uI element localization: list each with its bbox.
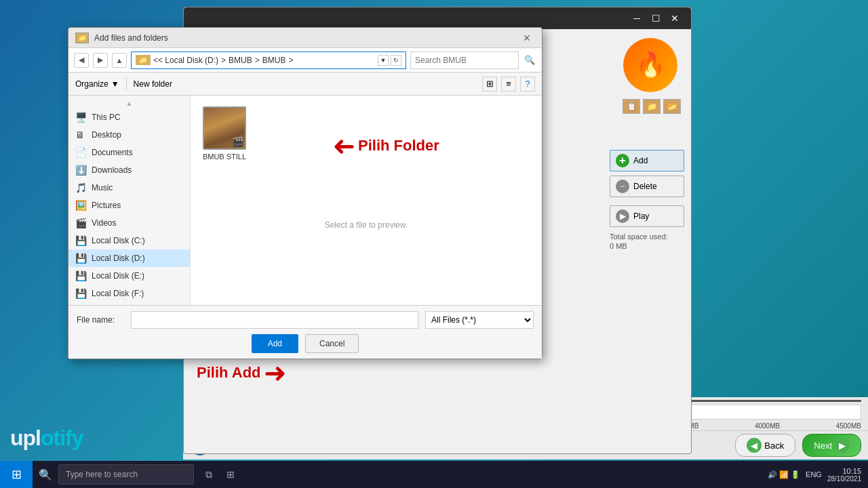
dialog-close-button[interactable]: ✕ [519,30,535,46]
local-d-icon: 💾 [75,253,86,264]
toolbar-icon-1[interactable]: 📋 [623,99,640,114]
sidebar-item-music[interactable]: 🎵 Music [68,179,190,197]
clock: 10:15 28/10/2021 [827,467,861,483]
taskbar: ⊞ 🔍 Type here to search ⧉ ⊞ 🔊 📶 🔋 ENG 10… [0,461,868,488]
preview-text: Select a file to preview. [325,220,408,230]
uplotify-text-cyan: otify [41,426,83,450]
addr-back-btn[interactable]: ◀ [74,53,89,68]
addr-separator-1: > [221,56,226,65]
back-button[interactable]: ◀ Back [735,434,795,457]
sidebar-item-this-pc[interactable]: 🖥️ This PC [68,108,190,126]
local-d-label: Local Disk (D:) [92,253,145,263]
dialog-title: Add files and folders [94,33,519,43]
panel-delete-button[interactable]: − Delete [610,176,684,197]
panel-play-container: ▶ Play [610,205,684,227]
nav-buttons-group: ◀ Back Next ▶ [735,434,861,457]
sidebar-item-pictures[interactable]: 🖼️ Pictures [68,197,190,214]
widgets-button[interactable]: ⊞ [220,464,241,485]
start-button[interactable]: ⊞ [0,461,33,488]
organize-label: Organize [75,79,108,89]
filetype-dropdown[interactable]: All Files (*.*) [425,311,534,329]
file-item-bmub-still[interactable]: BMUB STILL [197,102,252,165]
search-input[interactable] [410,52,519,69]
task-view-icon: ⧉ [205,469,212,481]
view-list-btn[interactable]: ≡ [501,77,516,92]
sidebar-item-local-c[interactable]: 💾 Local Disk (C:) [68,232,190,249]
sidebar-item-documents[interactable]: 📄 Documents [68,144,190,161]
sidebar-item-downloads[interactable]: ⬇️ Downloads [68,161,190,179]
filename-input[interactable] [131,311,418,329]
play-circle-icon: ▶ [616,209,629,223]
thumbnail-image [204,108,245,148]
add-circle-icon: + [616,154,629,167]
cancel-button[interactable]: Cancel [305,334,359,353]
mascot-icon: 🔥 [623,38,677,92]
dialog-files: BMUB STILL Select a file to preview. [191,96,542,305]
next-label: Next [814,441,832,451]
total-space-label: Total space used: [610,232,684,241]
toolbar-icon-3[interactable]: 📂 [663,99,681,114]
taskbar-search-box[interactable]: Type here to search [58,464,194,485]
addr-part-2: BMUB [229,56,252,65]
uplotify-logo: uplotify [10,426,83,451]
next-button[interactable]: Next ▶ [802,434,861,457]
file-grid: BMUB STILL [197,102,535,165]
app-close-button[interactable]: ✕ [665,9,684,28]
organize-btn[interactable]: Organize ▼ [75,79,119,89]
maximize-button[interactable]: ☐ [646,9,665,28]
documents-label: Documents [92,148,133,157]
address-path[interactable]: 📁 << Local Disk (D:) > BMUB > BMUB > ▼ ↻ [131,52,406,69]
back-icon: ◀ [747,438,762,453]
next-icon: ▶ [835,438,850,453]
panel-play-button[interactable]: ▶ Play [610,205,684,227]
search-icon[interactable]: 🔍 [523,54,536,67]
sidebar-item-local-e[interactable]: 💾 Local Disk (E:) [68,267,190,285]
preview-area: Select a file to preview. [197,165,535,298]
file-dialog: 📁 Add files and folders ✕ ◀ ▶ ▲ 📁 << Loc… [68,27,542,359]
pictures-label: Pictures [92,201,121,210]
music-label: Music [92,183,113,192]
panel-add-label: Add [633,156,648,165]
addr-refresh-btn[interactable]: ↻ [391,55,401,66]
label-4000: 4000MB [755,422,780,430]
sidebar-item-local-d[interactable]: 💾 Local Disk (D:) [68,249,190,267]
local-f-label: Local Disk (F:) [92,289,144,298]
file-thumbnail-bmub-still [203,106,246,150]
addr-dropdown-btn[interactable]: ▼ [378,55,389,66]
add-button[interactable]: Add [252,334,298,353]
minimize-button[interactable]: ─ [627,9,646,28]
dialog-footer: File name: All Files (*.*) Add Cancel [68,305,542,359]
sidebar-item-desktop[interactable]: 🖥 Desktop [68,126,190,144]
footer-filename-row: File name: All Files (*.*) [77,311,534,329]
new-folder-label: New folder [134,79,172,89]
organize-chevron: ▼ [111,79,119,89]
widgets-icon: ⊞ [226,469,235,480]
uplotify-text-white: upl [10,426,41,450]
search-button[interactable]: 🔍 [35,464,56,485]
sidebar-item-videos[interactable]: 🎬 Videos [68,214,190,232]
addr-separator-2: > [255,56,260,65]
help-icon-btn[interactable]: ? [520,77,535,92]
view-icon-btn[interactable]: ⊞ [482,77,497,92]
addr-forward-btn[interactable]: ▶ [93,53,108,68]
panel-add-button[interactable]: + Add [610,150,684,171]
label-4500: 4500MB [836,422,861,430]
addr-part-1: << Local Disk (D:) [153,56,218,65]
pictures-icon: 🖼️ [75,200,86,211]
addr-part-3: BMUB [262,56,286,65]
total-space-section: Total space used: 0 MB [610,232,684,250]
toolbar-icon-2[interactable]: 📁 [643,99,660,114]
panel-play-label: Play [633,211,649,221]
scroll-up: ▲ [68,98,190,108]
dialog-body: ▲ 🖥️ This PC 🖥 Desktop 📄 Documents ⬇️ Do… [68,96,542,305]
panel-delete-label: Delete [633,182,657,191]
sidebar-item-local-f[interactable]: 💾 Local Disk (F:) [68,285,190,302]
taskbar-right: 🔊 📶 🔋 ENG 10:15 28/10/2021 [768,467,868,483]
date-display: 28/10/2021 [827,475,861,483]
new-folder-btn[interactable]: New folder [134,79,172,89]
desktop-label: Desktop [92,130,121,140]
addr-up-btn[interactable]: ▲ [112,53,127,68]
videos-icon: 🎬 [75,218,86,228]
back-label: Back [764,441,784,451]
task-view-button[interactable]: ⧉ [198,464,220,485]
